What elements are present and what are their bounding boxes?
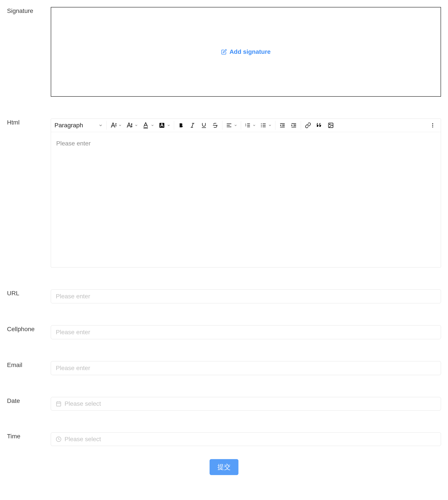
svg-point-23 [261, 126, 262, 127]
indent-icon [291, 122, 297, 128]
chevron-down-icon [98, 123, 103, 127]
highlight-color-icon [159, 122, 165, 129]
link-button[interactable] [304, 121, 311, 129]
italic-button[interactable] [189, 121, 196, 129]
indent-button[interactable] [290, 121, 297, 129]
date-picker[interactable]: Please select [51, 397, 441, 410]
svg-point-35 [432, 125, 433, 126]
ordered-list-button[interactable]: 12 [245, 121, 256, 129]
time-picker[interactable]: Please select [51, 432, 441, 446]
image-button[interactable] [327, 121, 334, 129]
url-input[interactable] [51, 289, 441, 303]
outdent-button[interactable] [279, 121, 286, 129]
font-color-icon [143, 122, 149, 129]
editor-body[interactable]: Please enter [51, 132, 441, 267]
time-placeholder: Please select [64, 436, 101, 443]
unordered-list-button[interactable] [260, 121, 272, 129]
svg-line-7 [192, 123, 193, 127]
bold-button[interactable] [178, 121, 185, 129]
strikethrough-icon [212, 122, 218, 128]
svg-point-21 [261, 123, 262, 124]
date-placeholder: Please select [64, 400, 101, 407]
email-input[interactable] [51, 361, 441, 375]
outdent-icon [279, 122, 286, 128]
image-icon [328, 122, 334, 128]
chevron-down-icon [234, 124, 237, 127]
underline-icon [201, 122, 207, 128]
cellphone-input[interactable] [51, 325, 441, 339]
heading-select[interactable]: Paragraph [54, 121, 103, 130]
strikethrough-button[interactable] [212, 121, 219, 129]
chevron-down-icon [118, 124, 122, 127]
time-label: Time [7, 432, 51, 446]
add-signature-label: Add signature [229, 48, 271, 55]
url-label: URL [7, 289, 51, 303]
more-vertical-icon [430, 123, 435, 128]
bold-icon [178, 122, 184, 128]
chevron-down-icon [151, 124, 154, 127]
signature-label: Signature [7, 7, 51, 97]
editor-toolbar: Paragraph [51, 119, 441, 132]
chevron-down-icon [167, 124, 170, 127]
svg-text:2: 2 [245, 125, 246, 127]
svg-point-36 [432, 126, 433, 127]
html-editor: Paragraph [51, 119, 441, 267]
date-label: Date [7, 397, 51, 410]
link-icon [305, 122, 311, 128]
font-family-button[interactable] [110, 121, 122, 129]
calendar-icon [56, 401, 62, 406]
svg-point-22 [261, 125, 262, 126]
svg-rect-3 [144, 127, 148, 128]
blockquote-button[interactable] [316, 121, 323, 129]
cellphone-label: Cellphone [7, 325, 51, 339]
heading-value: Paragraph [54, 122, 83, 129]
add-signature-button[interactable]: Add signature [221, 48, 271, 55]
unordered-list-icon [260, 122, 266, 128]
italic-icon [190, 122, 195, 128]
align-button[interactable] [226, 121, 237, 129]
submit-button[interactable]: 提交 [209, 459, 239, 475]
underline-button[interactable] [200, 121, 207, 129]
email-label: Email [7, 361, 51, 375]
svg-rect-37 [56, 402, 61, 406]
chevron-down-icon [135, 124, 138, 127]
font-size-button[interactable] [126, 121, 138, 129]
highlight-color-button[interactable] [159, 121, 170, 129]
font-family-icon [110, 122, 117, 129]
ordered-list-icon: 12 [245, 122, 251, 128]
align-icon [226, 122, 232, 128]
quote-icon [316, 122, 322, 128]
html-label: Html [7, 119, 51, 267]
font-color-button[interactable] [143, 121, 154, 129]
svg-point-33 [329, 124, 330, 125]
font-size-icon [126, 122, 133, 129]
svg-point-34 [432, 123, 433, 124]
more-button[interactable] [426, 123, 437, 128]
chevron-down-icon [268, 124, 272, 127]
signature-box[interactable]: Add signature [51, 7, 441, 97]
clock-icon [56, 436, 62, 442]
chevron-down-icon [253, 124, 256, 127]
edit-icon [221, 49, 227, 55]
